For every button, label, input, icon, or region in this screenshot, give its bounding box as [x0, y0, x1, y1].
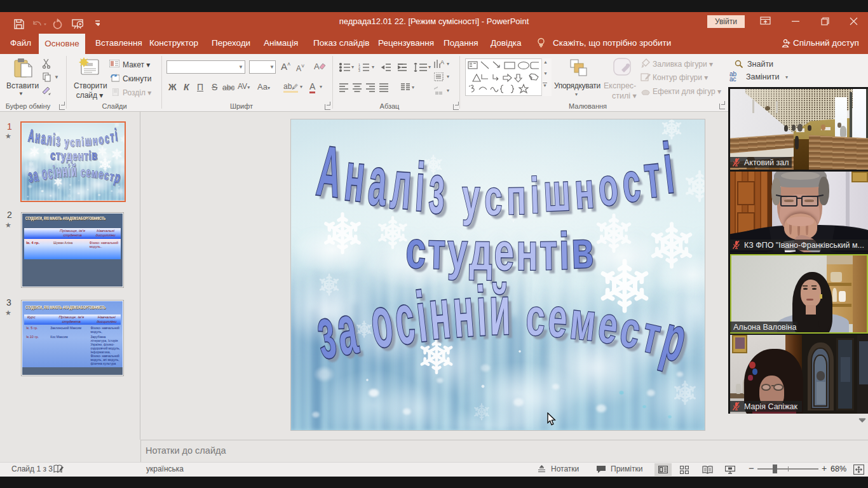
svg-text:с: с	[50, 148, 56, 163]
svg-text:п: п	[76, 135, 81, 149]
svg-text:і: і	[88, 148, 91, 163]
svg-text:т: т	[84, 148, 89, 163]
svg-text:3: 3	[358, 69, 360, 72]
svg-text:с: с	[405, 220, 427, 279]
svg-text:A: A	[314, 62, 320, 71]
svg-text:з: з	[56, 130, 61, 150]
svg-text:с: с	[80, 165, 86, 180]
svg-text:ш: ш	[542, 161, 571, 222]
svg-text:А: А	[440, 59, 444, 65]
svg-text:н: н	[516, 222, 538, 281]
svg-text:е: е	[546, 287, 569, 349]
svg-text:н: н	[78, 149, 84, 163]
svg-text:й: й	[489, 271, 512, 349]
svg-text:у: у	[64, 135, 69, 150]
svg-text:й: й	[71, 161, 77, 180]
svg-text:в: в	[92, 148, 98, 163]
svg-text:з: з	[427, 150, 446, 228]
svg-text:т: т	[539, 222, 558, 280]
svg-text:с: с	[70, 135, 74, 149]
svg-text:в: в	[570, 220, 594, 279]
svg-text:п: п	[506, 168, 526, 225]
svg-text:і: і	[529, 167, 540, 224]
svg-text:і: і	[559, 222, 570, 280]
svg-text:с: с	[484, 170, 502, 226]
svg-text:н: н	[92, 133, 98, 148]
svg-text:т: т	[56, 148, 61, 163]
svg-text:у: у	[447, 222, 468, 280]
svg-text:н: н	[573, 162, 596, 219]
svg-text:с: с	[526, 288, 546, 347]
svg-text:т: т	[427, 221, 446, 280]
svg-text:ш: ш	[85, 133, 92, 149]
svg-text:у: у	[462, 168, 480, 226]
svg-text:е: е	[86, 165, 92, 180]
